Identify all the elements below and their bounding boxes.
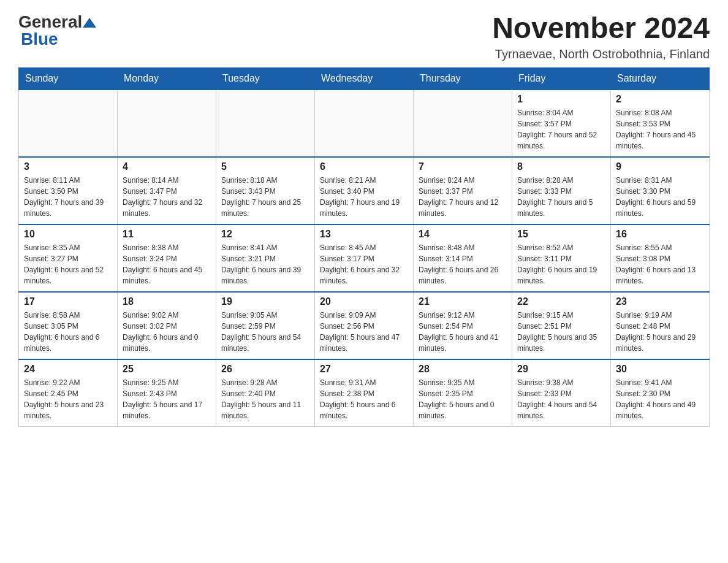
day-number: 12 <box>221 229 309 240</box>
day-info: Sunrise: 8:58 AMSunset: 3:05 PMDaylight:… <box>24 310 112 354</box>
table-row: 25Sunrise: 9:25 AMSunset: 2:43 PMDayligh… <box>118 359 216 427</box>
day-number: 4 <box>123 161 211 172</box>
day-info: Sunrise: 8:28 AMSunset: 3:33 PMDaylight:… <box>517 175 605 219</box>
table-row: 16Sunrise: 8:55 AMSunset: 3:08 PMDayligh… <box>611 224 710 292</box>
day-info: Sunrise: 8:04 AMSunset: 3:57 PMDaylight:… <box>517 107 605 151</box>
day-info: Sunrise: 8:21 AMSunset: 3:40 PMDaylight:… <box>320 175 408 219</box>
day-info: Sunrise: 9:35 AMSunset: 2:35 PMDaylight:… <box>419 377 507 421</box>
table-row: 18Sunrise: 9:02 AMSunset: 3:02 PMDayligh… <box>118 292 216 359</box>
day-number: 30 <box>616 364 704 375</box>
title-block: November 2024 Tyrnaevae, North Ostroboth… <box>492 12 710 61</box>
day-number: 8 <box>517 161 605 172</box>
day-number: 15 <box>517 229 605 240</box>
table-row: 29Sunrise: 9:38 AMSunset: 2:33 PMDayligh… <box>512 359 611 427</box>
table-row: 2Sunrise: 8:08 AMSunset: 3:53 PMDaylight… <box>611 90 710 157</box>
day-number: 1 <box>517 94 605 105</box>
table-row: 10Sunrise: 8:35 AMSunset: 3:27 PMDayligh… <box>19 224 118 292</box>
table-row <box>414 90 512 157</box>
day-info: Sunrise: 8:55 AMSunset: 3:08 PMDaylight:… <box>616 242 704 286</box>
table-row: 7Sunrise: 8:24 AMSunset: 3:37 PMDaylight… <box>414 157 512 224</box>
day-number: 5 <box>221 161 309 172</box>
table-row: 19Sunrise: 9:05 AMSunset: 2:59 PMDayligh… <box>216 292 315 359</box>
calendar-week-row: 24Sunrise: 9:22 AMSunset: 2:45 PMDayligh… <box>19 359 710 427</box>
table-row: 21Sunrise: 9:12 AMSunset: 2:54 PMDayligh… <box>414 292 512 359</box>
table-row: 6Sunrise: 8:21 AMSunset: 3:40 PMDaylight… <box>315 157 414 224</box>
day-info: Sunrise: 9:38 AMSunset: 2:33 PMDaylight:… <box>517 377 605 421</box>
header-saturday: Saturday <box>611 67 710 90</box>
day-number: 19 <box>221 296 309 307</box>
day-info: Sunrise: 8:08 AMSunset: 3:53 PMDaylight:… <box>616 107 704 151</box>
table-row: 27Sunrise: 9:31 AMSunset: 2:38 PMDayligh… <box>315 359 414 427</box>
header-friday: Friday <box>512 67 611 90</box>
calendar-week-row: 17Sunrise: 8:58 AMSunset: 3:05 PMDayligh… <box>19 292 710 359</box>
table-row <box>315 90 414 157</box>
table-row: 24Sunrise: 9:22 AMSunset: 2:45 PMDayligh… <box>19 359 118 427</box>
day-info: Sunrise: 9:02 AMSunset: 3:02 PMDaylight:… <box>123 310 211 354</box>
table-row <box>118 90 216 157</box>
location-title: Tyrnaevae, North Ostrobothnia, Finland <box>492 47 710 61</box>
table-row: 30Sunrise: 9:41 AMSunset: 2:30 PMDayligh… <box>611 359 710 427</box>
day-info: Sunrise: 9:12 AMSunset: 2:54 PMDaylight:… <box>419 310 507 354</box>
day-number: 7 <box>419 161 507 172</box>
calendar-table: Sunday Monday Tuesday Wednesday Thursday… <box>18 67 710 427</box>
table-row: 13Sunrise: 8:45 AMSunset: 3:17 PMDayligh… <box>315 224 414 292</box>
day-number: 6 <box>320 161 408 172</box>
day-number: 20 <box>320 296 408 307</box>
table-row <box>19 90 118 157</box>
day-number: 26 <box>221 364 309 375</box>
table-row: 5Sunrise: 8:18 AMSunset: 3:43 PMDaylight… <box>216 157 315 224</box>
table-row: 3Sunrise: 8:11 AMSunset: 3:50 PMDaylight… <box>19 157 118 224</box>
table-row: 12Sunrise: 8:41 AMSunset: 3:21 PMDayligh… <box>216 224 315 292</box>
day-info: Sunrise: 8:38 AMSunset: 3:24 PMDaylight:… <box>123 242 211 286</box>
table-row: 17Sunrise: 8:58 AMSunset: 3:05 PMDayligh… <box>19 292 118 359</box>
day-number: 3 <box>24 161 112 172</box>
day-number: 16 <box>616 229 704 240</box>
header-monday: Monday <box>118 67 216 90</box>
table-row: 11Sunrise: 8:38 AMSunset: 3:24 PMDayligh… <box>118 224 216 292</box>
day-number: 18 <box>123 296 211 307</box>
day-info: Sunrise: 9:41 AMSunset: 2:30 PMDaylight:… <box>616 377 704 421</box>
header-sunday: Sunday <box>19 67 118 90</box>
table-row: 22Sunrise: 9:15 AMSunset: 2:51 PMDayligh… <box>512 292 611 359</box>
day-number: 25 <box>123 364 211 375</box>
day-info: Sunrise: 8:14 AMSunset: 3:47 PMDaylight:… <box>123 175 211 219</box>
day-number: 9 <box>616 161 704 172</box>
day-info: Sunrise: 8:35 AMSunset: 3:27 PMDaylight:… <box>24 242 112 286</box>
day-number: 11 <box>123 229 211 240</box>
day-info: Sunrise: 8:24 AMSunset: 3:37 PMDaylight:… <box>419 175 507 219</box>
table-row: 1Sunrise: 8:04 AMSunset: 3:57 PMDaylight… <box>512 90 611 157</box>
day-number: 28 <box>419 364 507 375</box>
day-number: 24 <box>24 364 112 375</box>
day-number: 29 <box>517 364 605 375</box>
header-thursday: Thursday <box>414 67 512 90</box>
table-row: 26Sunrise: 9:28 AMSunset: 2:40 PMDayligh… <box>216 359 315 427</box>
table-row: 9Sunrise: 8:31 AMSunset: 3:30 PMDaylight… <box>611 157 710 224</box>
day-number: 2 <box>616 94 704 105</box>
calendar-week-row: 10Sunrise: 8:35 AMSunset: 3:27 PMDayligh… <box>19 224 710 292</box>
day-info: Sunrise: 9:09 AMSunset: 2:56 PMDaylight:… <box>320 310 408 354</box>
calendar-week-row: 1Sunrise: 8:04 AMSunset: 3:57 PMDaylight… <box>19 90 710 157</box>
day-number: 10 <box>24 229 112 240</box>
logo-blue: Blue <box>18 29 58 49</box>
day-info: Sunrise: 9:22 AMSunset: 2:45 PMDaylight:… <box>24 377 112 421</box>
svg-marker-0 <box>83 18 96 28</box>
table-row: 14Sunrise: 8:48 AMSunset: 3:14 PMDayligh… <box>414 224 512 292</box>
table-row <box>216 90 315 157</box>
day-info: Sunrise: 8:45 AMSunset: 3:17 PMDaylight:… <box>320 242 408 286</box>
day-info: Sunrise: 9:05 AMSunset: 2:59 PMDaylight:… <box>221 310 309 354</box>
page-header: General Blue November 2024 Tyrnaevae, No… <box>18 12 710 61</box>
calendar-header-row: Sunday Monday Tuesday Wednesday Thursday… <box>19 67 710 90</box>
month-title: November 2024 <box>492 12 710 45</box>
table-row: 20Sunrise: 9:09 AMSunset: 2:56 PMDayligh… <box>315 292 414 359</box>
day-info: Sunrise: 8:18 AMSunset: 3:43 PMDaylight:… <box>221 175 309 219</box>
day-number: 21 <box>419 296 507 307</box>
logo: General Blue <box>18 12 97 49</box>
day-info: Sunrise: 8:52 AMSunset: 3:11 PMDaylight:… <box>517 242 605 286</box>
day-info: Sunrise: 8:48 AMSunset: 3:14 PMDaylight:… <box>419 242 507 286</box>
day-info: Sunrise: 8:41 AMSunset: 3:21 PMDaylight:… <box>221 242 309 286</box>
day-info: Sunrise: 9:28 AMSunset: 2:40 PMDaylight:… <box>221 377 309 421</box>
day-info: Sunrise: 8:11 AMSunset: 3:50 PMDaylight:… <box>24 175 112 219</box>
table-row: 28Sunrise: 9:35 AMSunset: 2:35 PMDayligh… <box>414 359 512 427</box>
table-row: 15Sunrise: 8:52 AMSunset: 3:11 PMDayligh… <box>512 224 611 292</box>
table-row: 4Sunrise: 8:14 AMSunset: 3:47 PMDaylight… <box>118 157 216 224</box>
